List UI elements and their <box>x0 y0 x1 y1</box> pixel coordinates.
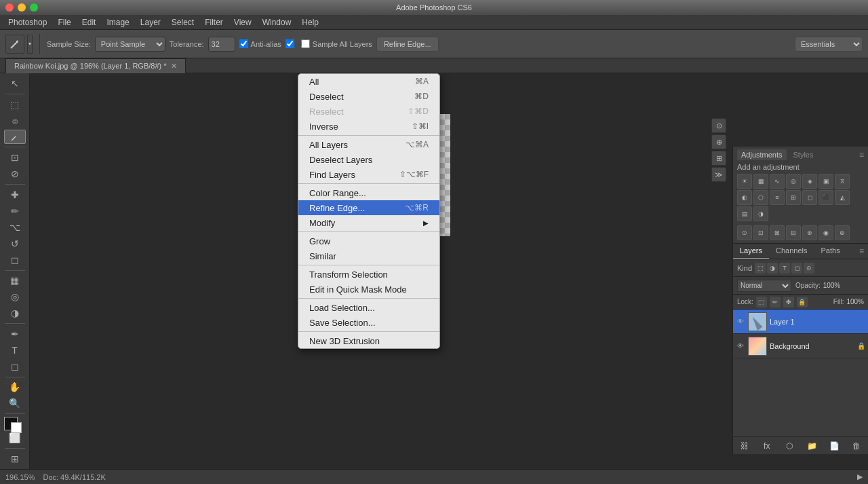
anti-alias-check[interactable]: Anti-alias <box>239 39 281 48</box>
menu-help[interactable]: Help <box>296 15 324 29</box>
layer1-visibility-icon[interactable]: 👁 <box>736 317 745 327</box>
cm-reselect[interactable]: Reselect ⇧⌘D <box>298 104 439 119</box>
add-mask-icon[interactable]: ⬡ <box>783 439 796 453</box>
layers-menu-icon[interactable]: ≡ <box>855 244 868 259</box>
exposure-adj-icon[interactable]: ◎ <box>786 174 801 189</box>
invert-adj-icon[interactable]: ◻ <box>802 190 817 205</box>
close-button[interactable] <box>5 3 14 12</box>
eyedropper-tool[interactable]: ⊘ <box>4 166 26 181</box>
channels-tab[interactable]: Channels <box>769 244 814 259</box>
crop-tool[interactable]: ⊡ <box>4 150 26 165</box>
menu-photoshop[interactable]: Photoshop <box>3 15 52 29</box>
adj-icon-extra4[interactable]: ⊟ <box>786 225 801 240</box>
smart-kind-icon[interactable]: ⊙ <box>804 263 814 274</box>
contiguous-check[interactable] <box>285 39 297 48</box>
maximize-button[interactable] <box>30 3 38 12</box>
bw-adj-icon[interactable]: ◐ <box>737 190 752 205</box>
sample-all-layers-check[interactable]: Sample All Layers <box>301 39 372 48</box>
add-style-icon[interactable]: fx <box>760 439 774 453</box>
background-visibility-icon[interactable]: 👁 <box>736 341 745 351</box>
threshold-adj-icon[interactable]: ◭ <box>835 190 850 205</box>
cm-grow[interactable]: Grow <box>298 234 439 248</box>
cm-modify[interactable]: Modify ▶ <box>298 215 439 230</box>
cm-deselect[interactable]: Deselect ⌘D <box>298 89 439 104</box>
paths-tab[interactable]: Paths <box>814 244 847 259</box>
colorbalance-adj-icon[interactable]: ⧖ <box>835 174 850 189</box>
tolerance-input[interactable] <box>208 37 235 52</box>
levels-adj-icon[interactable]: ▦ <box>753 174 768 189</box>
link-layers-icon[interactable]: ⛓ <box>738 439 751 453</box>
new-layer-icon[interactable]: 📄 <box>827 439 841 453</box>
healing-tool[interactable]: ✚ <box>4 187 26 202</box>
tab-styles[interactable]: Styles <box>789 149 818 160</box>
posterize-adj-icon[interactable]: ⬛ <box>818 190 833 205</box>
lasso-tool[interactable]: ⌾ <box>4 113 26 128</box>
adj-icon-extra3[interactable]: ⊠ <box>770 225 785 240</box>
cm-all[interactable]: All ⌘A <box>298 74 439 89</box>
cm-refine-edge[interactable]: Refine Edge... ⌥⌘R <box>298 200 439 215</box>
text-kind-icon[interactable]: T <box>779 263 790 274</box>
cm-inverse[interactable]: Inverse ⇧⌘I <box>298 119 439 134</box>
cm-quick-mask[interactable]: Edit in Quick Mask Mode <box>298 282 439 297</box>
photofilt-adj-icon[interactable]: ⬡ <box>753 190 768 205</box>
tab-close-icon[interactable]: ✕ <box>171 62 177 71</box>
channelmix-adj-icon[interactable]: ≡ <box>770 190 785 205</box>
gradient-tool[interactable]: ▦ <box>4 273 26 288</box>
colrlookup-adj-icon[interactable]: ⊞ <box>786 190 801 205</box>
pen-tool[interactable]: ✒ <box>4 327 26 341</box>
lock-transparent-icon[interactable]: ⬚ <box>756 297 767 308</box>
cm-transform-selection[interactable]: Transform Selection <box>298 267 439 282</box>
panel-menu-icon[interactable]: ≡ <box>859 150 864 160</box>
magic-wand-tool[interactable] <box>4 130 26 145</box>
styles-panel-icon[interactable]: ⊕ <box>711 134 726 149</box>
gradmap-adj-icon[interactable]: ▤ <box>737 206 752 221</box>
shape-kind-icon[interactable]: ◻ <box>791 263 802 274</box>
menu-layer[interactable]: Layer <box>135 15 166 29</box>
new-group-icon[interactable]: 📁 <box>805 439 818 453</box>
adj-icon-extra5[interactable]: ⊛ <box>802 225 817 240</box>
brightness-adj-icon[interactable]: ☀ <box>737 174 752 189</box>
document-tab[interactable]: Rainbow Koi.jpg @ 196% (Layer 1, RGB/8#)… <box>5 58 186 73</box>
menu-view[interactable]: View <box>229 15 257 29</box>
menu-edit[interactable]: Edit <box>77 15 102 29</box>
cm-new-3d-extrusion[interactable]: New 3D Extrusion <box>298 333 439 348</box>
layer-row-layer1[interactable]: 👁 Layer 1 <box>733 310 868 334</box>
dodge-tool[interactable]: ◑ <box>4 305 26 320</box>
menu-filter[interactable]: Filter <box>199 15 229 29</box>
cm-load-selection[interactable]: Load Selection... <box>298 300 439 315</box>
sample-size-select[interactable]: Point Sample 3 by 3 Average 5 by 5 Avera… <box>95 37 165 52</box>
essentials-select[interactable]: Essentials Design Painting <box>795 37 863 52</box>
cm-all-layers[interactable]: All Layers ⌥⌘A <box>298 137 439 152</box>
zoom-tool[interactable]: 🔍 <box>4 396 26 411</box>
cm-find-layers[interactable]: Find Layers ⇧⌥⌘F <box>298 167 439 182</box>
minimize-button[interactable] <box>18 3 26 12</box>
traffic-lights[interactable] <box>5 3 38 12</box>
eraser-tool[interactable]: ◻ <box>4 253 26 267</box>
collapse-panel-icon[interactable]: ≫ <box>711 167 726 182</box>
menu-file[interactable]: File <box>52 15 76 29</box>
hand-tool[interactable]: ✋ <box>4 379 26 394</box>
blend-mode-select[interactable]: Normal Multiply Screen <box>737 280 791 292</box>
adj-icon-extra6[interactable]: ◉ <box>818 225 833 240</box>
lock-all-icon[interactable]: 🔒 <box>797 297 808 308</box>
selectivecolor-adj-icon[interactable]: ◑ <box>753 206 768 221</box>
wand-tool-icon[interactable] <box>5 35 24 54</box>
tab-adjustments[interactable]: Adjustments <box>737 149 787 160</box>
lock-image-icon[interactable]: ✏ <box>770 297 781 308</box>
adj-icon-extra1[interactable]: ⊙ <box>737 225 752 240</box>
brush-tool[interactable]: ✏ <box>4 204 26 219</box>
cm-save-selection[interactable]: Save Selection... <box>298 315 439 330</box>
refine-edge-button[interactable]: Refine Edge... <box>376 37 439 52</box>
vibrance-adj-icon[interactable]: ◈ <box>802 174 817 189</box>
curves-adj-icon[interactable]: ∿ <box>770 174 785 189</box>
clone-tool[interactable]: ⌥ <box>4 220 26 235</box>
text-tool[interactable]: T <box>4 343 26 358</box>
layer-row-background[interactable]: 👁 Background 🔒 <box>733 334 868 358</box>
hsl-adj-icon[interactable]: ▣ <box>818 174 833 189</box>
adj-icon-extra7[interactable]: ⊕ <box>835 225 850 240</box>
cm-deselect-layers[interactable]: Deselect Layers <box>298 152 439 167</box>
blur-tool[interactable]: ◎ <box>4 289 26 304</box>
menu-select[interactable]: Select <box>166 15 199 29</box>
menu-image[interactable]: Image <box>101 15 134 29</box>
cm-color-range[interactable]: Color Range... <box>298 185 439 200</box>
